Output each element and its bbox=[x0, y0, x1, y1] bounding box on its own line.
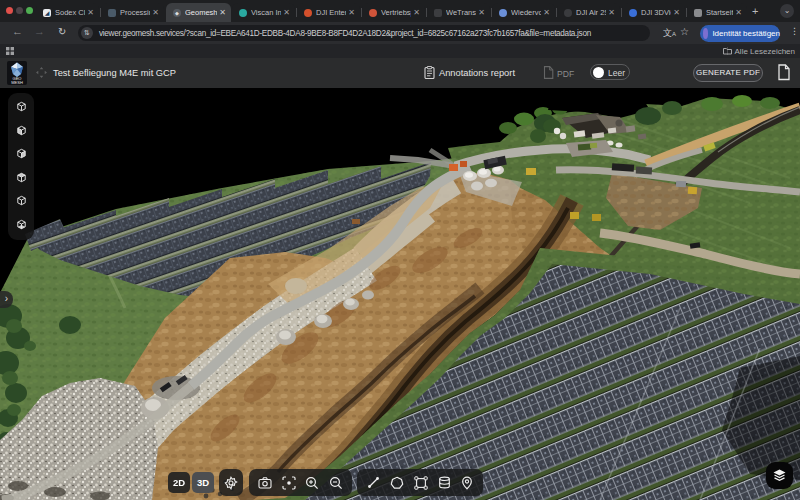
svg-text:MESH: MESH bbox=[11, 80, 23, 85]
